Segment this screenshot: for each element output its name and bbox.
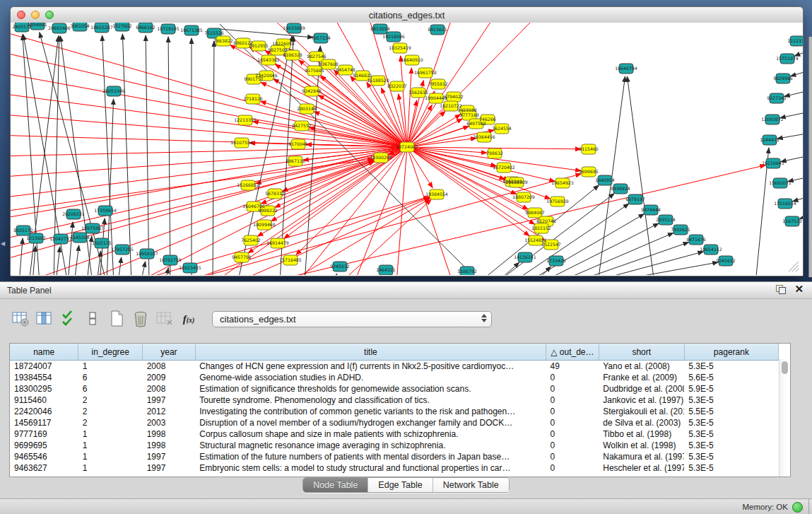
svg-text:12023455: 12023455 (179, 265, 201, 270)
row-check-icon[interactable] (58, 309, 79, 329)
svg-text:18300295: 18300295 (370, 155, 392, 160)
memory-status-icon (792, 502, 803, 513)
table-row[interactable]: 946362711997Embryonic stem cells: a mode… (10, 462, 779, 474)
svg-text:12213359: 12213359 (234, 117, 257, 122)
rows-icon[interactable] (82, 309, 103, 329)
delete-table-icon[interactable] (154, 309, 175, 329)
svg-text:7932621: 7932621 (671, 227, 690, 232)
svg-text:9827546: 9827546 (307, 54, 326, 59)
table-row[interactable]: 911546021997Tourette syndrome. Phenomeno… (10, 395, 779, 406)
svg-text:6879197: 6879197 (625, 197, 645, 201)
svg-text:6794022: 6794022 (444, 94, 464, 99)
svg-text:8813054: 8813054 (370, 26, 390, 31)
svg-text:9998222: 9998222 (258, 208, 278, 213)
table-row[interactable]: 977716911998Corpus callosum shape and si… (10, 428, 779, 440)
svg-text:12042737: 12042737 (49, 236, 72, 241)
svg-text:8322037: 8322037 (387, 83, 407, 88)
svg-text:8505172: 8505172 (13, 228, 33, 233)
column-header-name[interactable]: name (10, 344, 78, 361)
svg-text:6466162: 6466162 (136, 25, 155, 30)
svg-text:8471676: 8471676 (686, 237, 706, 242)
table-row[interactable]: 1938455462009Genome-wide association stu… (10, 372, 779, 383)
svg-text:17957255: 17957255 (111, 247, 134, 252)
table-row[interactable]: 1456911722003Disruption of a novel membe… (10, 417, 779, 428)
svg-text:798632: 798632 (486, 151, 503, 156)
network-canvas[interactable]: 2405572105488120691406308105410655287152… (11, 23, 803, 275)
svg-text:9115460: 9115460 (579, 146, 599, 151)
svg-text:6497568: 6497568 (466, 121, 486, 126)
svg-text:2522547: 2522547 (541, 242, 561, 247)
tab-edge-table[interactable]: Edge Table (367, 478, 432, 492)
svg-text:18226058: 18226058 (272, 41, 295, 46)
network-window[interactable]: citations_edges.txt 24055721054881206914… (10, 6, 804, 276)
table-panel-header: Table Panel ✕ (0, 282, 812, 299)
float-panel-icon[interactable] (776, 285, 786, 294)
svg-text:1640954: 1640954 (595, 177, 615, 182)
column-header-short[interactable]: short (599, 344, 684, 361)
close-panel-icon[interactable]: ✕ (794, 284, 804, 294)
svg-text:8912955: 8912955 (249, 43, 269, 48)
svg-text:20691406: 20691406 (48, 25, 71, 30)
svg-text:1527602: 1527602 (112, 23, 132, 28)
table-settings-icon[interactable] (10, 309, 31, 329)
panel-collapse-arrow-icon[interactable]: ◀ (1, 240, 5, 247)
svg-text:7857224: 7857224 (311, 35, 331, 40)
column-header-in_degree[interactable]: in_degree (78, 344, 143, 361)
table-scrollbar[interactable] (779, 359, 790, 477)
svg-text:10958107: 10958107 (136, 251, 158, 256)
table-scrollbar-thumb[interactable] (782, 361, 788, 374)
svg-text:16671385: 16671385 (180, 28, 203, 33)
column-header-pagerank[interactable]: pagerank (684, 344, 778, 361)
svg-text:9170041: 9170041 (288, 141, 308, 146)
svg-text:14136141: 14136141 (514, 255, 536, 259)
svg-text:9884067: 9884067 (525, 210, 545, 215)
table-selector-dropdown[interactable]: citations_edges.txt (212, 311, 492, 327)
minimize-button[interactable] (31, 11, 40, 19)
svg-text:15188520: 15188520 (367, 78, 389, 83)
svg-text:3081054: 3081054 (70, 23, 90, 28)
column-header-year[interactable]: year (143, 344, 196, 361)
svg-text:15716485: 15716485 (279, 257, 302, 262)
svg-text:9245652: 9245652 (716, 258, 736, 263)
table-row[interactable]: 969969511998Structural magnetic resonanc… (10, 440, 779, 451)
svg-text:9245032: 9245032 (330, 264, 350, 269)
zoom-button[interactable] (45, 11, 54, 19)
svg-text:8186328: 8186328 (283, 52, 302, 57)
function-icon[interactable]: f(x) (178, 309, 199, 329)
svg-text:17016514: 17016514 (774, 201, 796, 206)
column-header-out_de[interactable]: △ out_de… (546, 344, 599, 361)
svg-text:8427552: 8427552 (292, 123, 312, 128)
new-file-icon[interactable] (106, 309, 127, 329)
svg-text:9901757: 9901757 (244, 76, 264, 81)
dropdown-stepper-icon (481, 314, 487, 322)
svg-text:2935114: 2935114 (656, 217, 676, 222)
svg-text:9146821: 9146821 (353, 73, 372, 78)
svg-text:1733426: 1733426 (546, 258, 566, 263)
svg-text:16210643: 16210643 (762, 160, 784, 165)
svg-text:7663822: 7663822 (213, 38, 233, 43)
svg-text:16961758: 16961758 (414, 70, 437, 75)
column-header-title[interactable]: title (195, 344, 546, 361)
svg-text:1167533: 1167533 (782, 218, 802, 223)
window-titlebar[interactable]: citations_edges.txt (11, 7, 803, 23)
column-select-icon[interactable] (34, 309, 55, 329)
svg-text:9699695: 9699695 (579, 169, 599, 174)
svg-text:9829966: 9829966 (773, 76, 793, 81)
table-row[interactable]: 2242004622012Investigating the contribut… (10, 406, 779, 417)
svg-text:20364456: 20364456 (473, 134, 495, 139)
svg-text:19654923: 19654923 (551, 180, 574, 185)
svg-text:1186792: 1186792 (457, 269, 477, 274)
svg-text:9175685: 9175685 (305, 68, 324, 73)
svg-text:15166852: 15166852 (237, 182, 259, 187)
svg-text:8938924: 8938924 (611, 186, 630, 191)
tab-node-table[interactable]: Node Table (303, 478, 367, 492)
table-row[interactable]: 1872400712008Changes of HCN gene express… (10, 361, 779, 373)
svg-text:16782759: 16782759 (159, 257, 182, 262)
trash-icon[interactable] (130, 309, 151, 329)
svg-text:8413021: 8413021 (428, 27, 447, 32)
close-button[interactable] (17, 11, 25, 19)
table-row[interactable]: 1830029562008Estimation of significance … (10, 383, 779, 395)
tab-network-table[interactable]: Network Table (433, 478, 509, 492)
svg-text:10654112: 10654112 (700, 247, 722, 252)
table-row[interactable]: 946554611997Estimation of the future num… (10, 451, 779, 462)
